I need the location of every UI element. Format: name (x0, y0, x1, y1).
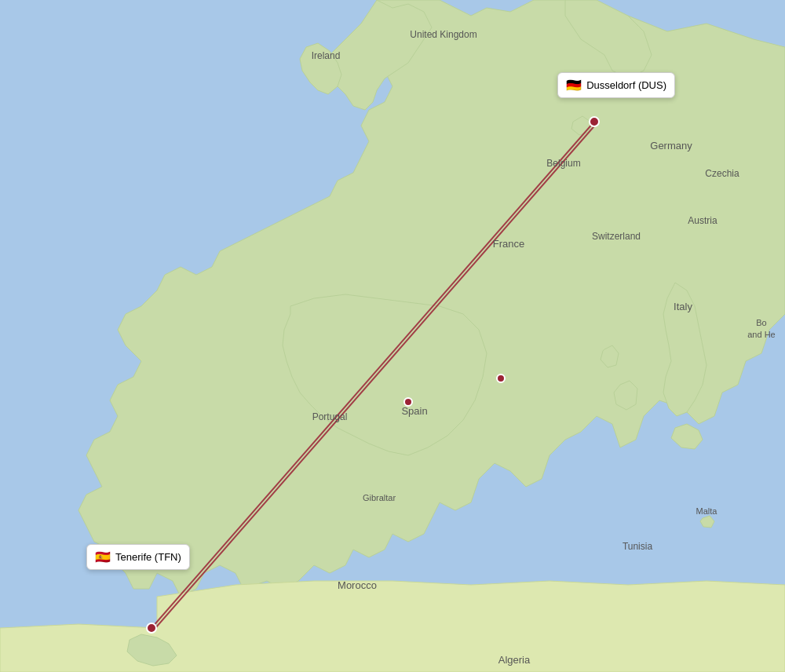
svg-text:Spain: Spain (401, 405, 427, 417)
svg-text:Bo: Bo (756, 318, 766, 327)
svg-text:Malta: Malta (696, 506, 718, 516)
tenerife-airport-label: 🇪🇸 Tenerife (TFN) (86, 544, 190, 570)
svg-text:Switzerland: Switzerland (592, 231, 641, 242)
svg-text:Italy: Italy (674, 301, 692, 312)
svg-text:Morocco: Morocco (338, 579, 377, 591)
svg-point-21 (404, 398, 412, 406)
svg-text:and He: and He (747, 330, 775, 339)
svg-text:Germany: Germany (650, 140, 692, 152)
svg-point-24 (147, 623, 156, 633)
map-container: United Kingdom Ireland France Spain Port… (0, 0, 785, 672)
svg-text:Tunisia: Tunisia (623, 541, 653, 552)
svg-text:France: France (493, 238, 524, 250)
dusseldorf-airport-label: 🇩🇪 Dusseldorf (DUS) (557, 72, 675, 98)
svg-point-23 (590, 117, 599, 126)
dusseldorf-label-text: Dusseldorf (DUS) (586, 79, 666, 91)
svg-point-22 (497, 374, 505, 382)
svg-text:Algeria: Algeria (498, 654, 531, 666)
tenerife-label-text: Tenerife (TFN) (115, 551, 181, 563)
svg-text:Czechia: Czechia (705, 168, 739, 179)
svg-text:Belgium: Belgium (546, 158, 580, 169)
svg-text:Austria: Austria (688, 215, 717, 226)
svg-text:United Kingdom: United Kingdom (410, 29, 476, 40)
germany-flag-icon: 🇩🇪 (566, 78, 582, 93)
svg-text:Portugal: Portugal (312, 411, 348, 422)
svg-text:Ireland: Ireland (312, 50, 341, 61)
spain-flag-icon: 🇪🇸 (95, 550, 111, 564)
svg-text:Gibraltar: Gibraltar (363, 493, 396, 502)
